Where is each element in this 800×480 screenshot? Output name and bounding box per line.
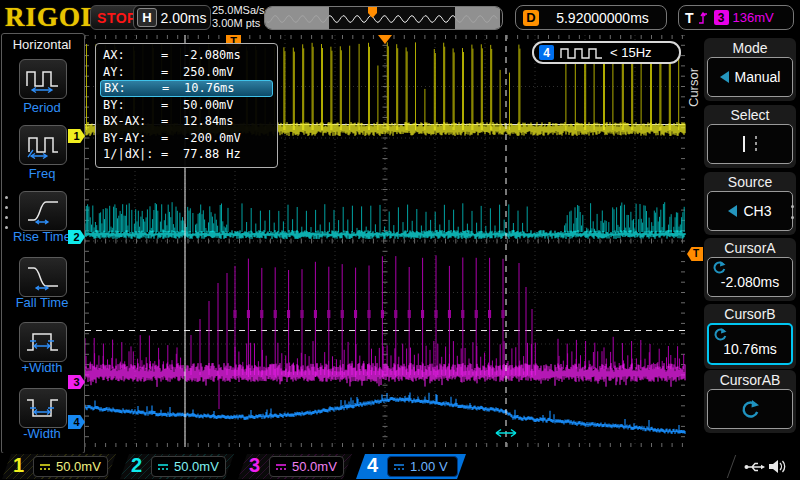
ch2-trace	[85, 202, 684, 232]
select-label: Select	[707, 107, 793, 124]
channel-3-block[interactable]: 3 50.0mV	[238, 454, 352, 479]
menu-item-select: Select	[704, 105, 796, 168]
measure-button-neg-width[interactable]	[19, 388, 67, 428]
rotate-knob-icon	[740, 399, 760, 419]
oscilloscope-screen: RIGOL STOP H 2.00ms 25.0MSa/s 3.00M pts …	[0, 0, 800, 480]
left-triangle-icon	[720, 71, 729, 83]
measure-button-pos-width[interactable]	[19, 322, 67, 362]
channel-1-block[interactable]: 1 50.0mV	[2, 454, 116, 479]
cursor-b-value: 10.76ms	[723, 341, 777, 357]
select-button[interactable]	[707, 124, 793, 164]
mode-button[interactable]: Manual	[707, 57, 793, 97]
cursor-b-button[interactable]: 10.76ms	[707, 323, 793, 365]
delay-pill: D 5.92000000ms	[515, 5, 667, 30]
channel-4-number: 4	[367, 454, 378, 477]
menu-item-mode: Mode Manual	[704, 38, 796, 101]
preview-mask-right	[455, 7, 500, 29]
menu-item-source: Source CH3	[704, 172, 796, 235]
measure-button-period[interactable]	[19, 59, 67, 99]
source-label: Source	[707, 174, 793, 191]
cursor-row-bx-selected[interactable]: BX:=10.76ms	[100, 80, 273, 97]
channel-2-block[interactable]: 2 50.0mV	[120, 454, 234, 479]
freq-counter-channel: 4	[539, 45, 554, 60]
plus-width-icon	[25, 328, 61, 356]
source-button[interactable]: CH3	[707, 191, 793, 231]
acquisition-info: 25.0MSa/s 3.00M pts	[212, 4, 265, 30]
rise-time-icon	[25, 197, 61, 225]
delay-indicator: D	[523, 10, 539, 26]
status-divider	[727, 455, 736, 478]
dc-coupling-icon	[275, 462, 287, 472]
cursor-row-bxax: BX-AX:=12.84ms	[100, 113, 273, 130]
cursor-row-freq: 1/|dX|:=77.88 Hz	[100, 146, 273, 163]
channel-3-number: 3	[249, 454, 260, 477]
mode-label: Mode	[707, 40, 793, 57]
channel-3-scale: 50.0mV	[269, 456, 344, 477]
timebase-value: 2.00ms	[157, 10, 210, 26]
ch3-trace	[85, 255, 684, 409]
trigger-source-badge: 3	[714, 10, 729, 25]
left-menu-title: Horizontal	[0, 37, 84, 52]
cursor-a-value: -2.080ms	[721, 274, 779, 290]
measure-button-freq[interactable]	[19, 125, 67, 165]
cursor-a-button[interactable]: -2.080ms	[707, 257, 793, 297]
cursor-row-ax: AX:=-2.080ms	[100, 47, 273, 64]
rising-edge-icon	[698, 10, 710, 26]
square-wave-icon	[560, 46, 604, 60]
period-icon	[25, 65, 61, 93]
measure-label-fall-time: Fall Time	[0, 295, 84, 310]
cursor-a-label: CursorA	[707, 240, 793, 257]
channel-2-number: 2	[131, 454, 142, 477]
dc-coupling-icon	[393, 462, 405, 472]
left-triangle-icon	[728, 205, 737, 217]
menu-item-cursor-ab: CursorAB	[704, 370, 796, 433]
mode-value: Manual	[735, 69, 781, 85]
sample-rate: 25.0MSa/s	[212, 4, 265, 17]
minus-width-icon	[25, 394, 61, 422]
freq-icon	[25, 131, 61, 159]
cursor-row-byay: BY-AY:=-200.0mV	[100, 130, 273, 147]
cursor-row-by: BY:=50.00mV	[100, 97, 273, 114]
cursor-b-label: CursorB	[707, 306, 793, 323]
rotate-knob-icon	[713, 327, 727, 341]
horizontal-center-marker	[378, 35, 392, 44]
horizontal-timebase-pill: H 2.00ms	[133, 5, 211, 30]
trigger-status-pill: T 3 136mV	[678, 5, 794, 30]
measure-label-freq: Freq	[0, 166, 84, 181]
usb-icon	[744, 460, 766, 474]
sound-icon	[768, 458, 788, 475]
rotate-knob-icon	[712, 260, 726, 274]
dc-coupling-icon	[39, 462, 51, 472]
freq-counter-value: < 15Hz	[610, 45, 652, 60]
channel-2-scale: 50.0mV	[151, 456, 226, 477]
preview-mask-left	[265, 7, 329, 29]
memory-waveform-preview	[264, 6, 503, 30]
menu-tab-cursor: Cursor	[686, 52, 702, 122]
channel-1-number: 1	[13, 454, 24, 477]
menu-item-cursor-a: CursorA -2.080ms	[704, 238, 796, 301]
trigger-level-value: 136mV	[733, 10, 774, 25]
menu-item-cursor-b: CursorB 10.76ms	[704, 304, 796, 369]
cursor-ab-label: CursorAB	[707, 372, 793, 389]
right-page-dots	[791, 205, 794, 219]
left-page-dots	[5, 196, 8, 229]
measure-button-rise-time[interactable]	[19, 191, 67, 231]
measure-button-fall-time[interactable]	[19, 257, 67, 297]
cursor-lines-icon	[735, 134, 765, 154]
frequency-counter-badge: 4 < 15Hz	[532, 41, 681, 64]
channel-1-scale: 50.0mV	[33, 456, 108, 477]
trigger-indicator: T	[685, 10, 694, 26]
h-indicator: H	[137, 8, 157, 27]
cursor-measurement-box: AX:=-2.080ms AY:=250.0mV BX:=10.76ms BY:…	[95, 43, 278, 168]
channel-4-block-selected[interactable]: 4 1.00 V	[356, 454, 466, 479]
brand-logo: RIGOL	[5, 2, 100, 33]
source-value: CH3	[743, 203, 771, 219]
channel-4-scale: 1.00 V	[387, 456, 458, 477]
cursor-ab-button[interactable]	[707, 389, 793, 429]
fall-time-icon	[25, 263, 61, 291]
cursor-row-ay: AY:=250.0mV	[100, 64, 273, 81]
measure-label-period: Period	[0, 100, 84, 115]
dc-coupling-icon	[157, 462, 169, 472]
trigger-level-flag[interactable]: T	[687, 247, 703, 261]
memory-depth: 3.00M pts	[212, 17, 265, 30]
